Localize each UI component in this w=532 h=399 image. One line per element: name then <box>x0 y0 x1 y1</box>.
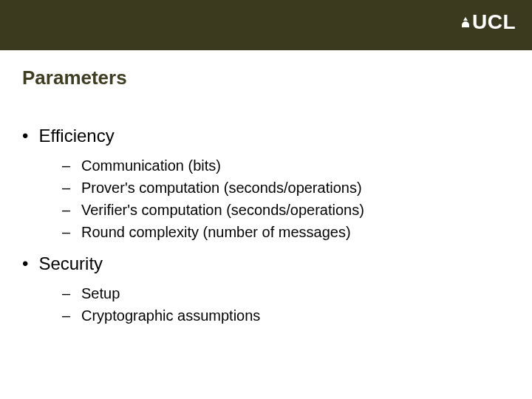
logo-text: UCL <box>472 10 516 34</box>
sub-label: Prover's computation (seconds/operations… <box>81 178 362 197</box>
sub-item: – Round complexity (number of messages) <box>62 222 510 242</box>
bullet-marker: • <box>22 253 28 275</box>
bullet-security: • Security <box>22 253 510 275</box>
sub-item: – Cryptographic assumptions <box>62 306 510 325</box>
sub-label: Verifier's computation (seconds/operatio… <box>81 200 364 219</box>
bullet-marker: • <box>22 126 28 147</box>
bullet-label: Security <box>38 253 103 275</box>
sub-label: Communication (bits) <box>81 156 221 175</box>
sub-item: – Setup <box>62 284 510 303</box>
dash-marker: – <box>62 222 72 242</box>
sub-group-security: – Setup – Cryptographic assumptions <box>62 284 510 325</box>
dash-marker: – <box>62 178 72 197</box>
dome-icon <box>462 17 469 27</box>
sub-item: – Communication (bits) <box>62 156 510 175</box>
dash-marker: – <box>62 306 72 325</box>
slide-title: Parameters <box>22 66 127 89</box>
bullet-efficiency: • Efficiency <box>22 126 510 147</box>
sub-label: Cryptographic assumptions <box>81 306 260 325</box>
slide-content: • Efficiency – Communication (bits) – Pr… <box>22 126 510 337</box>
bullet-label: Efficiency <box>38 126 114 147</box>
sub-label: Setup <box>81 284 120 303</box>
dash-marker: – <box>62 200 72 219</box>
sub-group-efficiency: – Communication (bits) – Prover's comput… <box>62 156 510 242</box>
dash-marker: – <box>62 156 72 175</box>
ucl-logo: UCL <box>462 10 516 34</box>
dash-marker: – <box>62 284 72 303</box>
sub-item: – Prover's computation (seconds/operatio… <box>62 178 510 197</box>
sub-label: Round complexity (number of messages) <box>81 222 351 242</box>
header-bar: UCL <box>0 0 532 50</box>
sub-item: – Verifier's computation (seconds/operat… <box>62 200 510 219</box>
